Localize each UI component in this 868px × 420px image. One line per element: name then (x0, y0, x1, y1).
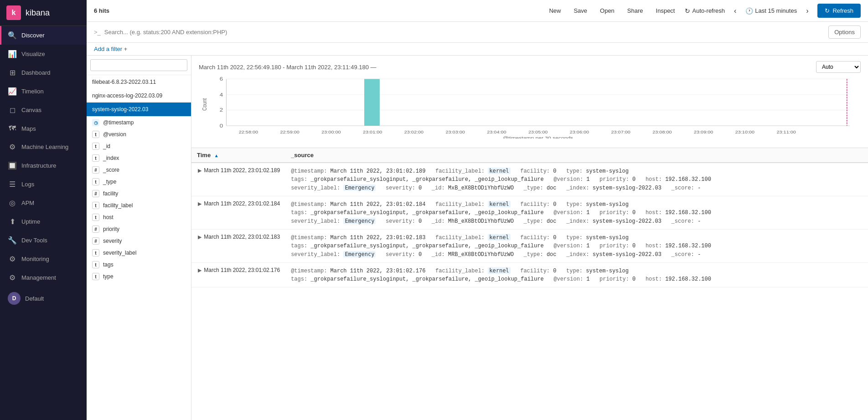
field-name: _score (103, 167, 119, 173)
ml-icon: ⚙ (8, 143, 17, 151)
field-item-facility[interactable]: # facility (87, 188, 191, 200)
result-time: ▶ March 11th 2022, 23:01:02.176 (191, 263, 285, 287)
field-type-number: # (92, 225, 99, 233)
results-area: Time ▲ _source ▶ March 11th 2022, 23:01:… (191, 148, 868, 420)
field-item-score[interactable]: # _score (87, 164, 191, 176)
next-time-arrow[interactable]: › (804, 6, 810, 16)
svg-text:4: 4 (220, 92, 223, 97)
sidebar-item-discover[interactable]: 🔍 Discover (0, 26, 87, 45)
field-type-text: t (92, 131, 99, 138)
svg-text:23:08:00: 23:08:00 (652, 130, 672, 134)
field-item-version[interactable]: t @version (87, 128, 191, 140)
time-range-label: Last 15 minutes (755, 7, 797, 14)
main-area: 6 hits New Save Open Share Inspect ↻ Aut… (87, 0, 868, 420)
auto-refresh-toggle[interactable]: ↻ Auto-refresh (685, 7, 725, 15)
field-item-type[interactable]: t _type (87, 176, 191, 188)
search-bar: >_ Options (87, 22, 868, 43)
index-item-nginx[interactable]: nginx-access-log-2022.03.09 (87, 89, 191, 102)
field-search-input[interactable] (90, 59, 187, 71)
field-type-text: t (92, 249, 99, 256)
refresh-btn-icon: ↻ (825, 7, 830, 14)
timelion-icon: 📈 (8, 87, 17, 96)
result-source: @timestamp: March 11th 2022, 23:01:02.18… (285, 230, 868, 263)
sidebar-item-default[interactable]: D Default (0, 287, 87, 310)
field-type-date: ◷ (92, 119, 99, 126)
index-item-syslog[interactable]: system-syslog-2022.03 (87, 102, 191, 116)
field-item-facility-label[interactable]: t facility_label (87, 200, 191, 211)
sidebar-item-dashboard[interactable]: ⊞ Dashboard (0, 63, 87, 82)
new-button[interactable]: New (546, 5, 563, 16)
expand-row-button[interactable]: ▶ (197, 200, 202, 208)
sidebar-label-uptime: Uptime (21, 218, 40, 225)
sidebar-label-apm: APM (21, 200, 34, 206)
kibana-logo-icon: k (6, 5, 21, 20)
sidebar-item-canvas[interactable]: ◻ Canvas (0, 101, 87, 119)
add-filter-button[interactable]: Add a filter + (94, 46, 127, 52)
logo-text: kibana (26, 8, 50, 18)
chart-area: 0 2 4 6 Count 22:58:00 22:59:00 23:00:00… (199, 75, 861, 148)
expand-row-button[interactable]: ▶ (197, 266, 202, 274)
field-name: _id (103, 143, 110, 149)
field-item-severity[interactable]: # severity (87, 235, 191, 247)
field-type-text: t (92, 261, 99, 268)
sidebar-item-uptime[interactable]: ⬆ Uptime (0, 212, 87, 231)
inspect-button[interactable]: Inspect (653, 5, 678, 16)
table-row: ▶ March 11th 2022, 23:01:02.183 @timesta… (191, 230, 868, 263)
field-type-text: t (92, 143, 99, 150)
interval-select[interactable]: Auto Millisecond Second Minute Hour (816, 61, 861, 73)
sidebar-item-timelion[interactable]: 📈 Timelion (0, 82, 87, 101)
prev-time-arrow[interactable]: ‹ (732, 6, 738, 16)
field-item-host[interactable]: t host (87, 211, 191, 223)
sidebar-item-logs[interactable]: ☰ Logs (0, 175, 87, 194)
sidebar-label-devtools: Dev Tools (21, 237, 47, 244)
svg-text:23:01:00: 23:01:00 (363, 130, 382, 134)
sidebar-item-devtools[interactable]: 🔧 Dev Tools (0, 231, 87, 250)
sidebar-item-monitoring[interactable]: ⚙ Monitoring (0, 250, 87, 268)
options-button[interactable]: Options (828, 26, 861, 39)
svg-text:23:07:00: 23:07:00 (611, 130, 630, 134)
canvas-icon: ◻ (8, 106, 17, 114)
index-item-filebeat[interactable]: filebeat-6.8.23-2022.03.11 (87, 75, 191, 89)
open-button[interactable]: Open (597, 5, 617, 16)
field-name: _type (103, 179, 116, 185)
sidebar-item-infrastructure[interactable]: 🔲 Infrastructure (0, 156, 87, 175)
svg-text:23:04:00: 23:04:00 (487, 130, 506, 134)
field-item-tags[interactable]: t tags (87, 259, 191, 271)
svg-text:Count: Count (201, 98, 208, 111)
save-button[interactable]: Save (571, 5, 590, 16)
sidebar-label-management: Management (21, 274, 56, 281)
logo-area: k kibana (0, 0, 87, 26)
result-source: @timestamp: March 11th 2022, 23:01:02.18… (285, 163, 868, 196)
sidebar-label-dashboard: Dashboard (21, 69, 51, 76)
field-name: priority (103, 226, 119, 232)
sidebar-label-default: Default (25, 295, 44, 302)
field-item-timestamp[interactable]: ◷ @timestamp (87, 117, 191, 128)
sidebar-item-management[interactable]: ⚙ Management (0, 268, 87, 287)
sidebar-item-ml[interactable]: ⚙ Machine Learning (0, 138, 87, 156)
source-column-header: _source (285, 148, 868, 163)
hits-count: 6 hits (94, 7, 109, 14)
svg-text:23:11:00: 23:11:00 (776, 130, 796, 134)
field-item-priority[interactable]: # priority (87, 223, 191, 235)
time-range-display[interactable]: 🕐 Last 15 minutes (745, 7, 797, 15)
field-item-id[interactable]: t _id (87, 140, 191, 152)
sidebar-item-visualize[interactable]: 📊 Visualize (0, 45, 87, 63)
refresh-button[interactable]: ↻ Refresh (817, 4, 861, 18)
time-column-header[interactable]: Time ▲ (191, 148, 285, 163)
field-item-type2[interactable]: t type (87, 271, 191, 282)
topbar-left: 6 hits (94, 7, 109, 14)
sidebar-item-apm[interactable]: ◎ APM (0, 194, 87, 212)
field-item-index[interactable]: t _index (87, 152, 191, 164)
field-type-number: # (92, 190, 99, 197)
expand-row-button[interactable]: ▶ (197, 167, 202, 174)
field-type-text: t (92, 202, 99, 209)
field-name: @version (103, 131, 126, 138)
chart-container: March 11th 2022, 22:56:49.180 - March 11… (191, 56, 868, 148)
sidebar-item-maps[interactable]: 🗺 Maps (0, 119, 87, 138)
field-item-severity-label[interactable]: t severity_label (87, 247, 191, 259)
sidebar-label-visualize: Visualize (21, 51, 45, 57)
search-input[interactable] (104, 29, 825, 36)
uptime-icon: ⬆ (8, 217, 17, 226)
expand-row-button[interactable]: ▶ (197, 233, 202, 241)
share-button[interactable]: Share (625, 5, 646, 16)
